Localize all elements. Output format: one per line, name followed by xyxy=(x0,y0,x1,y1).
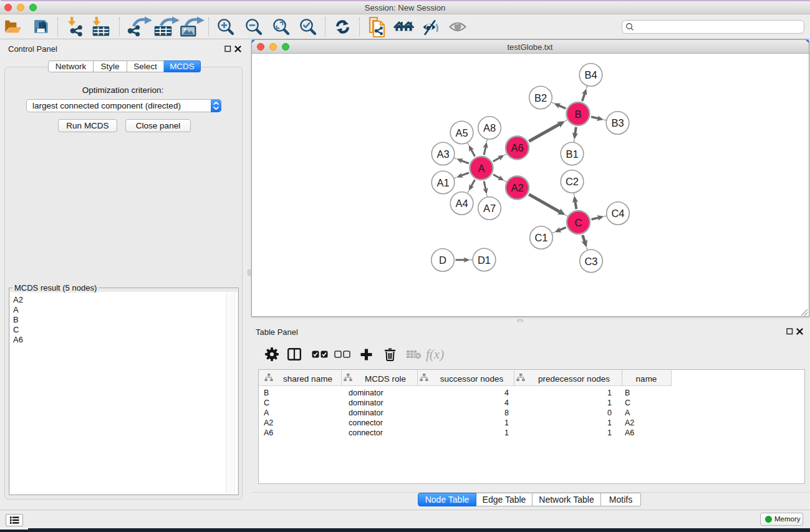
svg-text:B2: B2 xyxy=(534,92,547,104)
svg-text:A4: A4 xyxy=(455,198,468,209)
svg-text:B4: B4 xyxy=(584,69,597,80)
svg-text:A3: A3 xyxy=(436,148,449,160)
svg-text:A1: A1 xyxy=(436,177,449,188)
svg-text:B: B xyxy=(574,109,581,120)
svg-text:A8: A8 xyxy=(483,122,496,133)
svg-text:B3: B3 xyxy=(611,117,624,128)
svg-text:D: D xyxy=(439,254,446,266)
svg-text:C: C xyxy=(575,217,582,228)
svg-text:D1: D1 xyxy=(478,254,491,266)
svg-text:A2: A2 xyxy=(511,182,523,193)
svg-text:A7: A7 xyxy=(483,203,496,214)
svg-text:A6: A6 xyxy=(511,142,523,153)
svg-text:C2: C2 xyxy=(566,176,579,187)
svg-text:C3: C3 xyxy=(584,256,597,267)
svg-text:A: A xyxy=(478,163,485,174)
svg-text:C1: C1 xyxy=(534,232,547,243)
svg-text:C4: C4 xyxy=(611,208,624,219)
svg-text:B1: B1 xyxy=(566,148,578,160)
svg-text:A5: A5 xyxy=(455,127,468,138)
